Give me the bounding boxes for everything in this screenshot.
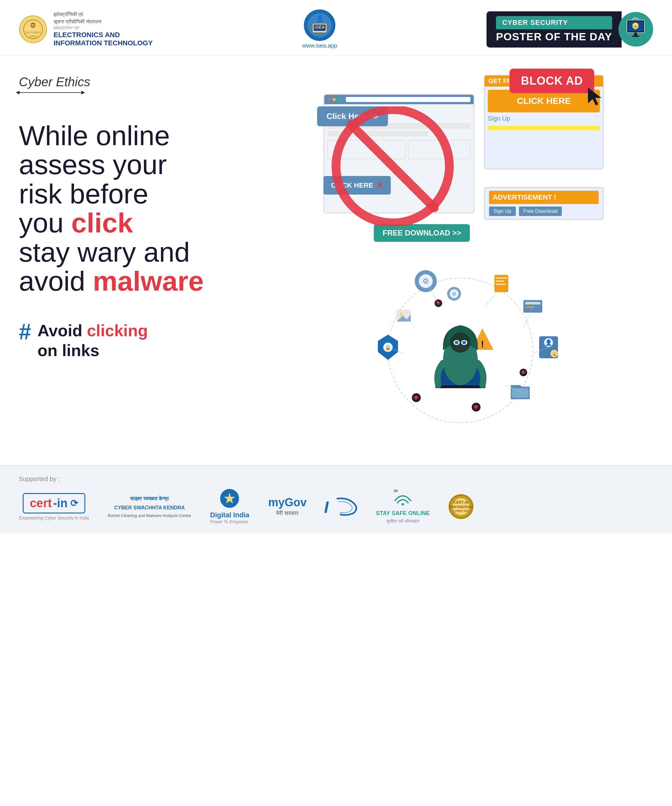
ministry-label: MINISTRY OF <box>53 25 153 31</box>
svg-text:JAYATE: JAYATE <box>29 35 37 38</box>
ministry-branding: 🦁 𝕊𝔸𝕋𝕐𝔸𝕄𝔼𝕍 JAYATE इलेक्ट्रॉनिकी एवं सूचन… <box>19 11 153 48</box>
svg-rect-16 <box>634 33 637 36</box>
svg-rect-30 <box>496 281 504 282</box>
certin-sub-text: Empowering Cyber Security in India <box>19 515 89 520</box>
badge-text-block: CYBER SECURITY POSTER OF THE DAY <box>487 12 622 48</box>
hashtag-on-links: on links <box>38 341 99 360</box>
svg-text:EMPOWERING: EMPOWERING <box>450 505 472 509</box>
svg-text:🕷: 🕷 <box>436 301 441 306</box>
advertisement-title: ADVERTISEMENT ! <box>489 191 599 204</box>
ic-logo-block: I <box>325 497 357 516</box>
csk-sub-en: CYBER SWACHHTA KENDRA <box>114 504 185 511</box>
cyber-ethics-arrow <box>19 92 255 93</box>
svg-rect-31 <box>496 284 506 285</box>
ad-illustration: GET FREE MONEY ! CLICK HERE Sign Up BLOC… <box>311 69 610 251</box>
main-message-text: While online assess your risk before you… <box>19 121 255 296</box>
certin-logo: cert -in ⟳ <box>23 493 85 514</box>
page-footer: Supported by : cert -in ⟳ Empowering Cyb… <box>0 465 672 533</box>
main-text-click: click <box>71 207 133 238</box>
ministry-hindi-line1: इलेक्ट्रॉनिकी एवं <box>53 11 153 18</box>
supported-by-label: Supported by : <box>19 476 653 483</box>
ministry-hindi-line2: सूचना प्रौद्योगिकी मंत्रालय <box>53 18 153 25</box>
digital-india-logo-block: Digital India Power To Empower <box>210 489 249 524</box>
click-here-x-text: CLICK HERE <box>331 181 373 190</box>
mygov-name: myGov <box>268 497 307 508</box>
svg-text:I: I <box>324 498 329 516</box>
svg-line-70 <box>485 284 501 306</box>
digital-india-sub: Power To Empower <box>210 519 249 524</box>
svg-marker-79 <box>394 490 398 492</box>
signup-btn: Sign Up <box>489 206 516 216</box>
free-download-btn: Free Download <box>519 206 562 216</box>
adv-buttons: Sign Up Free Download <box>489 206 599 216</box>
hacker-scene-svg: ⚙ ⚙ <box>319 266 602 439</box>
svg-text:⚙: ⚙ <box>422 277 429 285</box>
isea-logo: 👤 iSEA www.isea.app <box>302 10 337 49</box>
csk-logo-block: साइबर स्वच्छता केन्द्र CYBER SWACHHTA KE… <box>108 495 191 518</box>
ministry-text-block: इलेक्ट्रॉनिकी एवं सूचना प्रौद्योगिकी मंत… <box>53 11 153 48</box>
svg-text:👤: 👤 <box>315 15 324 23</box>
main-text-line4-prefix: you <box>19 207 71 238</box>
advertisement-bar: ADVERTISEMENT ! Sign Up Free Download <box>484 187 604 220</box>
svg-text:iSEA: iSEA <box>315 25 325 30</box>
stay-safe-sub: सुरक्षित रहो ऑनलाइन <box>386 519 419 524</box>
svg-rect-29 <box>496 277 507 279</box>
svg-text:🕷: 🕷 <box>473 404 479 410</box>
svg-text:🦁: 🦁 <box>30 22 36 28</box>
svg-rect-15 <box>635 26 636 28</box>
svg-text:CYBER SEC: CYBER SEC <box>453 509 469 512</box>
left-column: Cyber Ethics While online assess your ri… <box>19 69 255 453</box>
svg-text:𝕊𝔸𝕋𝕐𝔸𝕄𝔼𝕍: 𝕊𝔸𝕋𝕐𝔸𝕄𝔼𝕍 <box>25 31 41 34</box>
svg-rect-68 <box>454 345 467 350</box>
svg-text:👤: 👤 <box>545 339 552 346</box>
svg-text:!: ! <box>481 339 484 349</box>
stay-safe-title: STAY SAFE ONLINE <box>376 510 430 517</box>
hashtag-text: Avoid clicking on links <box>38 321 148 360</box>
main-text-line3: risk before <box>19 178 148 210</box>
free-download-banner: FREE DOWNLOAD >> <box>374 224 470 242</box>
arrow-line <box>19 92 82 93</box>
click-here-float-btn: Click Here >> <box>317 106 388 126</box>
isea-url: www.isea.app <box>302 43 337 49</box>
csk-title: साइबर स्वच्छता केन्द्र <box>130 495 169 502</box>
stay-safe-logo-block: STAY SAFE ONLINE सुरक्षित रहो ऑनलाइन <box>376 490 430 524</box>
poster-badge: CYBER SECURITY POSTER OF THE DAY <box>487 12 653 48</box>
mygov-logo-block: myGov मेरी सरकार <box>268 497 307 517</box>
ministry-name-line1: ELECTRONICS AND <box>53 31 153 39</box>
cyber-security-label: CYBER SECURITY <box>496 16 612 29</box>
hashtag-avoid: Avoid <box>38 322 87 340</box>
certin-logo-block: cert -in ⟳ Empowering Cyber Security in … <box>19 493 89 520</box>
svg-rect-33 <box>525 302 540 304</box>
isea-circle: 👤 iSEA <box>304 10 335 41</box>
svg-point-78 <box>401 503 404 505</box>
ministry-emblem: 🦁 𝕊𝔸𝕋𝕐𝔸𝕄𝔼𝕍 JAYATE <box>19 15 47 43</box>
poster-of-day-label: POSTER OF THE DAY <box>496 31 612 43</box>
screen-container: GET FREE MONEY ! CLICK HERE Sign Up BLOC… <box>311 69 610 251</box>
main-text-line5: stay wary and <box>19 236 190 268</box>
mygov-sub: मेरी सरकार <box>276 510 299 517</box>
poster-badge-icon <box>619 12 653 46</box>
stay-safe-icon <box>393 490 412 508</box>
main-text-malware: malware <box>93 266 204 297</box>
footer-logos-row: cert -in ⟳ Empowering Cyber Security in … <box>19 489 653 524</box>
back-card-body: CLICK HERE Sign Up <box>485 87 603 134</box>
hacker-illustration: ⚙ ⚙ <box>319 264 602 440</box>
ministry-name-line2: INFORMATION TECHNOLOGY <box>53 39 153 47</box>
hashtag-symbol: # <box>19 321 31 343</box>
csk-desc: Botnet Cleaning and Malware Analysis Cen… <box>108 513 191 518</box>
digital-india-name: Digital India <box>210 511 249 519</box>
main-text-line1: While online <box>19 120 170 151</box>
svg-marker-18 <box>588 88 601 106</box>
cpsc-logo: CERT-IN EMPOWERING CYBER SEC <box>448 494 474 519</box>
main-text-line6-prefix: avoid <box>19 266 93 297</box>
yellow-bar <box>488 126 600 130</box>
sign-up-text: Sign Up <box>488 115 600 122</box>
svg-rect-34 <box>525 306 535 308</box>
hashtag-section: # Avoid clicking on links <box>19 321 255 360</box>
click-here-x-btn: CLICK HERE ✕ <box>324 176 391 195</box>
laptop-bar <box>324 95 474 104</box>
main-text-line2: assess your <box>19 149 167 180</box>
svg-rect-40 <box>512 388 528 398</box>
svg-point-67 <box>462 341 466 344</box>
cpsc-emblem-block: CERT-IN EMPOWERING CYBER SEC <box>448 494 474 519</box>
